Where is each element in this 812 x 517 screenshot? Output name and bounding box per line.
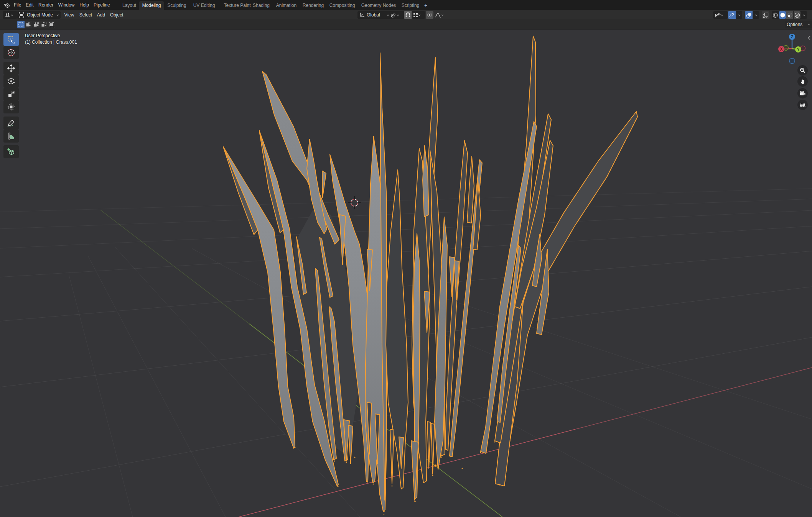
svg-text:Y: Y — [797, 48, 800, 52]
svg-text:Z: Z — [791, 35, 793, 39]
svg-text:X: X — [780, 47, 783, 51]
